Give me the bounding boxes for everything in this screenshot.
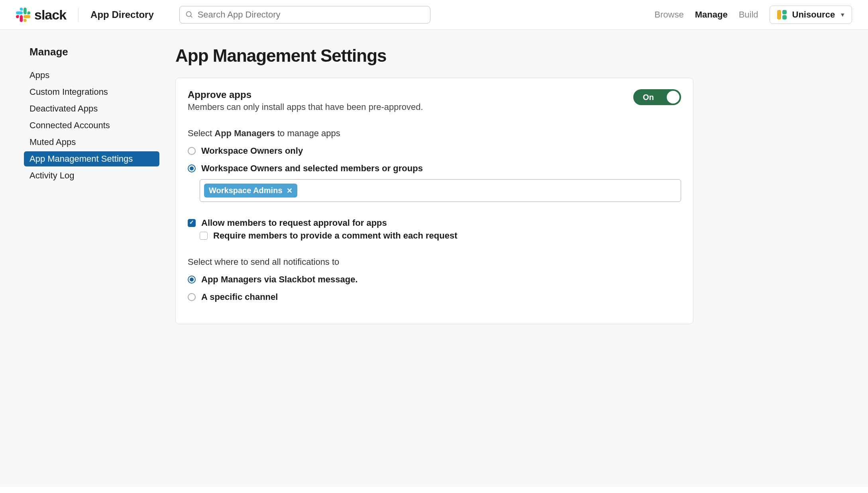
slack-wordmark: slack <box>34 7 66 23</box>
nav-build[interactable]: Build <box>739 10 758 20</box>
svg-rect-2 <box>777 10 781 20</box>
approve-subtext: Members can only install apps that have … <box>188 102 423 112</box>
radio-notify-slackbot[interactable]: App Managers via Slackbot message. <box>188 273 681 286</box>
settings-card: Approve apps Members can only install ap… <box>175 78 693 324</box>
radio-icon <box>188 293 196 301</box>
require-comment-row[interactable]: Require members to provide a comment wit… <box>200 231 681 241</box>
search-icon <box>185 10 194 19</box>
radio-icon <box>188 276 196 284</box>
radio-notify-channel[interactable]: A specific channel <box>188 290 681 304</box>
sidebar-item-muted-apps[interactable]: Muted Apps <box>24 135 159 150</box>
nav-browse[interactable]: Browse <box>654 10 683 20</box>
close-icon[interactable]: ✕ <box>287 186 293 195</box>
radio-label: Workspace Owners and selected members or… <box>201 163 423 174</box>
managers-label: Select App Managers to manage apps <box>188 128 681 139</box>
workspace-icon <box>776 9 787 20</box>
tag-workspace-admins: Workspace Admins ✕ <box>204 184 297 198</box>
search-input[interactable] <box>198 10 424 20</box>
divider <box>78 8 79 22</box>
managers-tag-input[interactable]: Workspace Admins ✕ <box>200 179 681 202</box>
svg-rect-4 <box>782 15 787 20</box>
sidebar: Manage Apps Custom Integrations Deactiva… <box>24 46 159 471</box>
slack-logo-block[interactable]: slack <box>16 7 66 23</box>
sidebar-item-apps[interactable]: Apps <box>24 68 159 83</box>
radio-icon <box>188 164 196 172</box>
sidebar-item-deactivated-apps[interactable]: Deactivated Apps <box>24 101 159 116</box>
header-bar: slack App Directory Browse Manage Build … <box>0 0 868 30</box>
toggle-knob <box>667 91 679 104</box>
checkbox-icon <box>200 232 208 240</box>
app-directory-label[interactable]: App Directory <box>90 9 154 20</box>
notify-label: Select where to send all notifications t… <box>188 257 681 267</box>
nav-links: Browse Manage Build Unisource ▼ <box>654 6 852 24</box>
checkbox-icon <box>188 219 196 227</box>
sidebar-item-connected-accounts[interactable]: Connected Accounts <box>24 118 159 133</box>
svg-line-1 <box>190 16 192 18</box>
radio-icon <box>188 147 196 155</box>
approve-apps-row: Approve apps Members can only install ap… <box>188 89 681 112</box>
sidebar-title: Manage <box>24 46 159 58</box>
radio-label: Workspace Owners only <box>201 146 303 156</box>
radio-owners-and-selected[interactable]: Workspace Owners and selected members or… <box>188 162 681 175</box>
search-container <box>179 6 430 23</box>
radio-owners-only[interactable]: Workspace Owners only <box>188 144 681 158</box>
svg-rect-3 <box>782 10 787 14</box>
search-box[interactable] <box>179 6 430 23</box>
require-comment-label: Require members to provide a comment wit… <box>213 231 458 241</box>
workspace-name: Unisource <box>792 10 835 20</box>
main-content: App Management Settings Approve apps Mem… <box>175 46 693 471</box>
radio-label: A specific channel <box>201 292 278 302</box>
allow-request-label: Allow members to request approval for ap… <box>201 218 387 228</box>
approve-heading: Approve apps <box>188 89 423 100</box>
sidebar-item-custom-integrations[interactable]: Custom Integrations <box>24 84 159 100</box>
approve-toggle[interactable]: On <box>633 89 681 105</box>
slack-logo-icon <box>16 8 30 22</box>
workspace-switcher[interactable]: Unisource ▼ <box>770 6 852 24</box>
tag-label: Workspace Admins <box>209 186 283 195</box>
radio-label: App Managers via Slackbot message. <box>201 274 358 285</box>
svg-point-0 <box>186 12 191 16</box>
toggle-label: On <box>643 93 654 102</box>
chevron-down-icon: ▼ <box>840 12 845 18</box>
page-title: App Management Settings <box>175 46 693 66</box>
allow-request-row[interactable]: Allow members to request approval for ap… <box>188 218 681 228</box>
nav-manage[interactable]: Manage <box>695 10 728 20</box>
sidebar-item-activity-log[interactable]: Activity Log <box>24 168 159 183</box>
sidebar-item-app-management-settings[interactable]: App Management Settings <box>24 151 159 166</box>
